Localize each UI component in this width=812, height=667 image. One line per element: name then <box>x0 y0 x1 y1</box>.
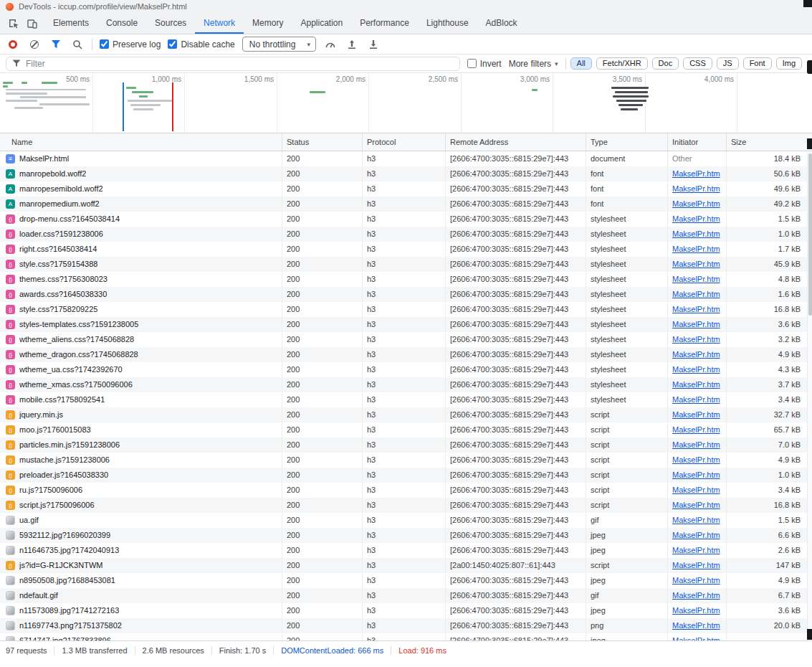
table-row[interactable]: wtheme_aliens.css?1745068828 200 h3 [260… <box>0 332 812 347</box>
cell-initiator-text[interactable]: MakselPr.htm <box>672 395 720 404</box>
column-header-protocol[interactable]: Protocol <box>363 133 446 151</box>
chip-all[interactable]: All <box>570 57 592 70</box>
table-row[interactable]: awards.css?1645038330 200 h3 [2606:4700:… <box>0 287 812 302</box>
cell-initiator-text[interactable]: MakselPr.htm <box>672 561 720 569</box>
table-row[interactable]: wtheme_ua.css?1742392670 200 h3 [2606:47… <box>0 362 812 377</box>
network-conditions-icon[interactable] <box>323 37 338 52</box>
column-header-name[interactable]: Name <box>0 133 282 151</box>
table-row[interactable]: wtheme_xmas.css?1750096006 200 h3 [2606:… <box>0 377 812 392</box>
export-har-icon[interactable] <box>366 37 381 52</box>
cell-initiator-text[interactable]: MakselPr.htm <box>672 320 720 328</box>
table-row[interactable]: 6714747.jpg?1767833896 200 h3 [2606:4700… <box>0 633 812 640</box>
column-header-type[interactable]: Type <box>586 133 668 151</box>
table-row[interactable]: 5932112.jpg?1696020399 200 h3 [2606:4700… <box>0 528 812 543</box>
cell-initiator-text[interactable]: MakselPr.htm <box>672 290 720 298</box>
column-header-size[interactable]: Size <box>727 133 807 151</box>
table-row[interactable]: styles-templates.css?1591238005 200 h3 [… <box>0 317 812 332</box>
cell-initiator-text[interactable]: MakselPr.htm <box>672 245 720 253</box>
cell-initiator-text[interactable]: MakselPr.htm <box>672 486 720 494</box>
cell-initiator-text[interactable]: MakselPr.htm <box>672 350 720 359</box>
tab-console[interactable]: Console <box>97 13 146 34</box>
inspect-element-icon[interactable] <box>4 13 23 34</box>
table-row[interactable]: ua.gif 200 h3 [2606:4700:3035::6815:29e7… <box>0 513 812 528</box>
device-toolbar-icon[interactable] <box>23 13 42 34</box>
preserve-log-checkbox[interactable]: Preserve log <box>100 39 161 49</box>
chip-img[interactable]: Img <box>776 57 802 70</box>
cell-initiator-text[interactable]: MakselPr.htm <box>672 425 720 434</box>
chip-doc[interactable]: Doc <box>652 57 679 70</box>
table-row[interactable]: wtheme_dragon.css?1745068828 200 h3 [260… <box>0 347 812 362</box>
tab-application[interactable]: Application <box>292 13 351 34</box>
tab-lighthouse[interactable]: Lighthouse <box>418 13 477 34</box>
cell-initiator-text[interactable]: MakselPr.htm <box>672 636 720 640</box>
table-row[interactable]: ru.js?1750096006 200 h3 [2606:4700:3035:… <box>0 483 812 498</box>
filter-toggle-icon[interactable] <box>49 37 63 52</box>
disable-cache-input[interactable] <box>168 39 177 49</box>
table-row[interactable]: ndefault.gif 200 h3 [2606:4700:3035::681… <box>0 588 812 603</box>
network-overview-waterfall[interactable]: 500 ms1,000 ms1,500 ms2,000 ms2,500 ms3,… <box>0 73 812 133</box>
table-row[interactable]: script.js?1750096006 200 h3 [2606:4700:3… <box>0 498 812 513</box>
cell-initiator-text[interactable]: MakselPr.htm <box>672 440 720 449</box>
table-row[interactable]: manropemedium.woff2 200 h3 [2606:4700:30… <box>0 197 812 212</box>
clear-button[interactable] <box>27 37 42 52</box>
cell-initiator-text[interactable]: MakselPr.htm <box>672 501 720 509</box>
table-row[interactable]: mustache.js?1591238006 200 h3 [2606:4700… <box>0 453 812 468</box>
filter-input[interactable] <box>26 59 454 69</box>
cell-initiator-text[interactable]: MakselPr.htm <box>672 230 720 238</box>
table-row[interactable]: particles.min.js?1591238006 200 h3 [2606… <box>0 437 812 453</box>
column-header-remote-address[interactable]: Remote Address <box>446 133 586 151</box>
table-row[interactable]: manropebold.woff2 200 h3 [2606:4700:3035… <box>0 166 812 181</box>
cell-initiator-text[interactable]: MakselPr.htm <box>672 214 720 223</box>
tab-network[interactable]: Network <box>195 13 244 34</box>
cell-initiator-text[interactable]: MakselPr.htm <box>672 576 720 585</box>
cell-initiator-text[interactable]: MakselPr.htm <box>672 606 720 615</box>
preserve-log-input[interactable] <box>100 39 109 49</box>
cell-initiator-text[interactable]: MakselPr.htm <box>672 335 720 344</box>
table-row[interactable]: style.css?1759154388 200 h3 [2606:4700:3… <box>0 257 812 272</box>
search-icon[interactable] <box>70 37 85 52</box>
tab-sources[interactable]: Sources <box>146 13 195 34</box>
table-row[interactable]: MakselPr.html 200 h3 [2606:4700:3035::68… <box>0 151 812 166</box>
table-row[interactable]: themes.css?1756308023 200 h3 [2606:4700:… <box>0 272 812 287</box>
chip-js[interactable]: JS <box>717 57 739 70</box>
column-header-status[interactable]: Status <box>282 133 363 151</box>
record-button[interactable] <box>6 37 20 52</box>
invert-input[interactable] <box>467 59 477 68</box>
cell-initiator-text[interactable]: MakselPr.htm <box>672 169 720 178</box>
table-scrollbar[interactable] <box>807 152 812 640</box>
tab-elements[interactable]: Elements <box>44 13 97 34</box>
cell-initiator-text[interactable]: MakselPr.htm <box>672 455 720 464</box>
cell-initiator-text[interactable]: MakselPr.htm <box>672 184 720 193</box>
table-row[interactable]: preloader.js?1645038330 200 h3 [2606:470… <box>0 468 812 483</box>
tab-adblock[interactable]: AdBlock <box>477 13 526 34</box>
cell-initiator-text[interactable]: MakselPr.htm <box>672 275 720 283</box>
import-har-icon[interactable] <box>345 37 359 52</box>
chip-font[interactable]: Font <box>743 57 772 70</box>
tab-performance[interactable]: Performance <box>351 13 418 34</box>
cell-initiator-text[interactable]: MakselPr.htm <box>672 380 720 389</box>
table-row[interactable]: mobile.css?1758092541 200 h3 [2606:4700:… <box>0 392 812 407</box>
cell-initiator-text[interactable]: MakselPr.htm <box>672 199 720 208</box>
cell-initiator-text[interactable]: MakselPr.htm <box>672 591 720 600</box>
table-row[interactable]: moo.js?1760015083 200 h3 [2606:4700:3035… <box>0 422 812 437</box>
cell-initiator-text[interactable]: MakselPr.htm <box>672 410 720 419</box>
cell-initiator-text[interactable]: MakselPr.htm <box>672 546 720 554</box>
table-row[interactable]: manropesemibold.woff2 200 h3 [2606:4700:… <box>0 181 812 197</box>
table-row[interactable]: right.css?1645038414 200 h3 [2606:4700:3… <box>0 242 812 257</box>
table-row[interactable]: drop-menu.css?1645038414 200 h3 [2606:47… <box>0 212 812 227</box>
disable-cache-checkbox[interactable]: Disable cache <box>168 39 234 49</box>
table-row[interactable]: n11573089.jpg?1741272163 200 h3 [2606:47… <box>0 603 812 618</box>
chip-css[interactable]: CSS <box>683 57 712 70</box>
cell-initiator-text[interactable]: MakselPr.htm <box>672 260 720 268</box>
cell-initiator-text[interactable]: MakselPr.htm <box>672 305 720 313</box>
cell-initiator-text[interactable]: MakselPr.htm <box>672 516 720 524</box>
tab-memory[interactable]: Memory <box>244 13 292 34</box>
table-row[interactable]: n11697743.png?1751375802 200 h3 [2606:47… <box>0 618 812 633</box>
table-row[interactable]: n11646735.jpg?1742040913 200 h3 [2606:47… <box>0 543 812 558</box>
throttling-select[interactable]: No throttling ▾ <box>242 37 316 52</box>
table-row[interactable]: js?id=G-R1JCK3NTWM 200 h3 [2a00:1450:402… <box>0 558 812 573</box>
invert-checkbox[interactable]: Invert <box>467 59 502 69</box>
cell-initiator-text[interactable]: MakselPr.htm <box>672 531 720 539</box>
table-row[interactable]: style.css?1758209225 200 h3 [2606:4700:3… <box>0 302 812 317</box>
column-header-initiator[interactable]: Initiator <box>668 133 727 151</box>
